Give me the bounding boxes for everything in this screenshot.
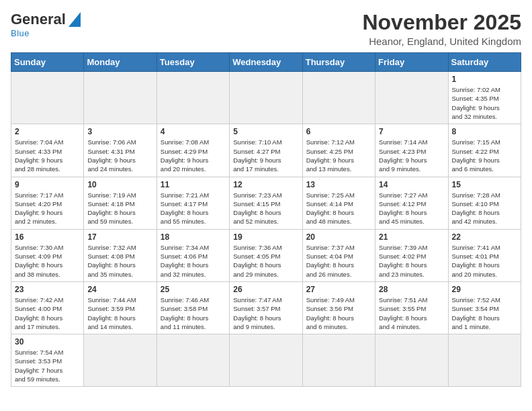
day-info: Sunrise: 7:46 AM Sunset: 3:58 PM Dayligh… [161,295,226,331]
day-info: Sunrise: 7:52 AM Sunset: 3:54 PM Dayligh… [452,295,517,331]
day-number: 5 [233,127,298,136]
day-info: Sunrise: 7:04 AM Sunset: 4:33 PM Dayligh… [15,138,80,173]
day-number: 3 [87,127,152,136]
day-info: Sunrise: 7:34 AM Sunset: 4:06 PM Dayligh… [161,243,226,279]
logo-triangle-icon [69,12,81,27]
calendar-cell [11,72,84,124]
calendar-week-row: 2Sunrise: 7:04 AM Sunset: 4:33 PM Daylig… [11,124,521,177]
day-info: Sunrise: 7:47 AM Sunset: 3:57 PM Dayligh… [233,295,298,331]
calendar-cell: 3Sunrise: 7:06 AM Sunset: 4:31 PM Daylig… [84,124,157,177]
day-info: Sunrise: 7:36 AM Sunset: 4:05 PM Dayligh… [233,243,298,279]
calendar-cell: 14Sunrise: 7:27 AM Sunset: 4:12 PM Dayli… [375,177,448,229]
day-number: 12 [233,180,298,189]
calendar-cell: 16Sunrise: 7:30 AM Sunset: 4:09 PM Dayli… [11,229,84,281]
logo: General Blue [11,11,81,38]
calendar-cell: 9Sunrise: 7:17 AM Sunset: 4:20 PM Daylig… [11,177,84,229]
day-info: Sunrise: 7:32 AM Sunset: 4:08 PM Dayligh… [87,243,152,279]
day-number: 27 [306,285,371,294]
day-number: 15 [452,180,517,189]
day-number: 10 [87,180,152,189]
day-info: Sunrise: 7:41 AM Sunset: 4:01 PM Dayligh… [452,243,517,279]
calendar-cell: 29Sunrise: 7:52 AM Sunset: 3:54 PM Dayli… [448,281,521,334]
day-info: Sunrise: 7:51 AM Sunset: 3:55 PM Dayligh… [379,295,444,331]
calendar-cell: 7Sunrise: 7:14 AM Sunset: 4:23 PM Daylig… [375,124,448,177]
calendar-cell [302,334,375,387]
calendar-cell: 2Sunrise: 7:04 AM Sunset: 4:33 PM Daylig… [11,124,84,177]
day-info: Sunrise: 7:23 AM Sunset: 4:15 PM Dayligh… [233,191,298,226]
calendar-cell [448,334,521,387]
calendar-cell: 8Sunrise: 7:15 AM Sunset: 4:22 PM Daylig… [448,124,521,177]
calendar-cell: 30Sunrise: 7:54 AM Sunset: 3:53 PM Dayli… [11,334,84,387]
calendar-cell: 12Sunrise: 7:23 AM Sunset: 4:15 PM Dayli… [230,177,302,229]
day-number: 16 [15,232,80,242]
calendar-week-row: 1Sunrise: 7:02 AM Sunset: 4:35 PM Daylig… [11,72,521,124]
day-info: Sunrise: 7:44 AM Sunset: 3:59 PM Dayligh… [87,295,152,331]
weekday-header-wednesday: Wednesday [230,53,302,72]
day-number: 13 [306,180,371,189]
calendar-title: November 2025 [362,11,521,34]
title-area: November 2025 Heanor, England, United Ki… [362,11,521,47]
day-info: Sunrise: 7:30 AM Sunset: 4:09 PM Dayligh… [15,243,80,279]
calendar-cell: 19Sunrise: 7:36 AM Sunset: 4:05 PM Dayli… [230,229,302,281]
calendar-cell [230,334,302,387]
day-info: Sunrise: 7:42 AM Sunset: 4:00 PM Dayligh… [15,295,80,331]
calendar-cell: 22Sunrise: 7:41 AM Sunset: 4:01 PM Dayli… [448,229,521,281]
weekday-header-friday: Friday [375,53,448,72]
weekday-header-monday: Monday [84,53,157,72]
calendar-cell: 5Sunrise: 7:10 AM Sunset: 4:27 PM Daylig… [230,124,302,177]
calendar-week-row: 23Sunrise: 7:42 AM Sunset: 4:00 PM Dayli… [11,281,521,334]
calendar-cell: 24Sunrise: 7:44 AM Sunset: 3:59 PM Dayli… [84,281,157,334]
calendar-cell: 6Sunrise: 7:12 AM Sunset: 4:25 PM Daylig… [302,124,375,177]
day-info: Sunrise: 7:17 AM Sunset: 4:20 PM Dayligh… [15,191,80,226]
calendar-cell: 17Sunrise: 7:32 AM Sunset: 4:08 PM Dayli… [84,229,157,281]
day-number: 9 [15,180,80,189]
calendar-cell [84,72,157,124]
day-info: Sunrise: 7:49 AM Sunset: 3:56 PM Dayligh… [306,295,371,331]
weekday-header-tuesday: Tuesday [157,53,229,72]
day-info: Sunrise: 7:39 AM Sunset: 4:02 PM Dayligh… [379,243,444,279]
weekday-header-saturday: Saturday [448,53,521,72]
day-number: 21 [379,232,444,242]
calendar-cell [157,72,229,124]
day-number: 1 [452,75,517,84]
logo-blue-text: Blue [11,28,30,38]
calendar-cell [375,334,448,387]
day-number: 14 [379,180,444,189]
calendar-cell [84,334,157,387]
calendar-cell [230,72,302,124]
day-info: Sunrise: 7:25 AM Sunset: 4:14 PM Dayligh… [306,191,371,226]
day-info: Sunrise: 7:21 AM Sunset: 4:17 PM Dayligh… [161,191,226,226]
day-info: Sunrise: 7:06 AM Sunset: 4:31 PM Dayligh… [87,138,152,173]
day-info: Sunrise: 7:28 AM Sunset: 4:10 PM Dayligh… [452,191,517,226]
day-number: 22 [452,232,517,242]
day-number: 18 [161,232,226,242]
header: General Blue November 2025 Heanor, Engla… [11,11,521,47]
calendar-cell: 11Sunrise: 7:21 AM Sunset: 4:17 PM Dayli… [157,177,229,229]
calendar-subtitle: Heanor, England, United Kingdom [362,36,521,47]
calendar-cell: 20Sunrise: 7:37 AM Sunset: 4:04 PM Dayli… [302,229,375,281]
day-number: 28 [379,285,444,294]
day-info: Sunrise: 7:10 AM Sunset: 4:27 PM Dayligh… [233,138,298,173]
calendar-header-row: SundayMondayTuesdayWednesdayThursdayFrid… [11,53,521,72]
day-number: 8 [452,127,517,136]
calendar-cell: 10Sunrise: 7:19 AM Sunset: 4:18 PM Dayli… [84,177,157,229]
calendar-cell: 25Sunrise: 7:46 AM Sunset: 3:58 PM Dayli… [157,281,229,334]
day-number: 20 [306,232,371,242]
day-info: Sunrise: 7:02 AM Sunset: 4:35 PM Dayligh… [452,85,517,121]
calendar-cell [375,72,448,124]
calendar-cell: 1Sunrise: 7:02 AM Sunset: 4:35 PM Daylig… [448,72,521,124]
day-number: 11 [161,180,226,189]
day-info: Sunrise: 7:54 AM Sunset: 3:53 PM Dayligh… [15,348,80,383]
calendar-cell [157,334,229,387]
calendar-week-row: 30Sunrise: 7:54 AM Sunset: 3:53 PM Dayli… [11,334,521,387]
day-number: 25 [161,285,226,294]
calendar-cell: 23Sunrise: 7:42 AM Sunset: 4:00 PM Dayli… [11,281,84,334]
day-number: 2 [15,127,80,136]
calendar-cell: 27Sunrise: 7:49 AM Sunset: 3:56 PM Dayli… [302,281,375,334]
day-info: Sunrise: 7:19 AM Sunset: 4:18 PM Dayligh… [87,191,152,226]
calendar-cell: 26Sunrise: 7:47 AM Sunset: 3:57 PM Dayli… [230,281,302,334]
day-number: 29 [452,285,517,294]
calendar-cell [302,72,375,124]
day-number: 6 [306,127,371,136]
day-number: 26 [233,285,298,294]
